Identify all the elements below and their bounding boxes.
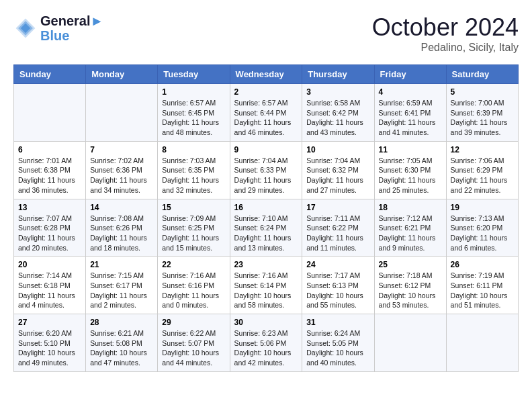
day-number: 14 <box>90 203 153 212</box>
day-number: 22 <box>162 260 225 269</box>
day-info: Sunrise: 7:12 AM Sunset: 6:21 PM Dayligh… <box>379 214 442 253</box>
day-cell: 26Sunrise: 7:19 AM Sunset: 6:11 PM Dayli… <box>446 257 518 314</box>
day-info: Sunrise: 7:09 AM Sunset: 6:25 PM Dayligh… <box>162 214 225 253</box>
day-cell: 10Sunrise: 7:04 AM Sunset: 6:32 PM Dayli… <box>302 141 374 199</box>
day-number: 6 <box>18 145 81 154</box>
day-info: Sunrise: 7:03 AM Sunset: 6:35 PM Dayligh… <box>162 156 225 195</box>
day-cell <box>446 314 518 372</box>
col-header-sunday: Sunday <box>14 65 86 84</box>
day-info: Sunrise: 7:19 AM Sunset: 6:11 PM Dayligh… <box>451 271 514 310</box>
day-cell: 24Sunrise: 7:17 AM Sunset: 6:13 PM Dayli… <box>302 257 374 314</box>
day-cell: 14Sunrise: 7:08 AM Sunset: 6:26 PM Dayli… <box>86 199 158 257</box>
day-cell: 27Sunrise: 6:20 AM Sunset: 5:10 PM Dayli… <box>14 314 86 372</box>
day-info: Sunrise: 6:57 AM Sunset: 6:45 PM Dayligh… <box>162 98 225 138</box>
col-header-wednesday: Wednesday <box>230 65 302 84</box>
page-header: General► Blue October 2024 Pedalino, Sic… <box>13 13 519 54</box>
day-cell: 3Sunrise: 6:58 AM Sunset: 6:42 PM Daylig… <box>302 84 374 142</box>
day-info: Sunrise: 7:08 AM Sunset: 6:26 PM Dayligh… <box>90 214 153 253</box>
day-number: 11 <box>379 145 442 154</box>
day-cell: 23Sunrise: 7:16 AM Sunset: 6:14 PM Dayli… <box>230 257 302 314</box>
day-cell: 30Sunrise: 6:23 AM Sunset: 5:06 PM Dayli… <box>230 314 302 372</box>
day-cell: 6Sunrise: 7:01 AM Sunset: 6:38 PM Daylig… <box>14 141 86 199</box>
col-header-tuesday: Tuesday <box>158 65 230 84</box>
day-number: 21 <box>90 260 153 269</box>
day-number: 8 <box>162 145 225 154</box>
day-cell: 9Sunrise: 7:04 AM Sunset: 6:33 PM Daylig… <box>230 141 302 199</box>
day-info: Sunrise: 7:11 AM Sunset: 6:22 PM Dayligh… <box>306 214 369 253</box>
title-block: October 2024 Pedalino, Sicily, Italy <box>372 13 519 54</box>
day-cell: 16Sunrise: 7:10 AM Sunset: 6:24 PM Dayli… <box>230 199 302 257</box>
day-number: 29 <box>162 318 225 327</box>
day-info: Sunrise: 7:13 AM Sunset: 6:20 PM Dayligh… <box>451 214 514 253</box>
day-info: Sunrise: 7:06 AM Sunset: 6:29 PM Dayligh… <box>451 156 514 195</box>
calendar-body: 1Sunrise: 6:57 AM Sunset: 6:45 PM Daylig… <box>14 84 519 372</box>
day-info: Sunrise: 7:07 AM Sunset: 6:28 PM Dayligh… <box>18 214 81 253</box>
day-info: Sunrise: 6:59 AM Sunset: 6:41 PM Dayligh… <box>379 98 442 138</box>
day-number: 23 <box>234 260 298 269</box>
logo-icon <box>13 16 38 40</box>
day-number: 31 <box>306 318 369 327</box>
day-cell: 13Sunrise: 7:07 AM Sunset: 6:28 PM Dayli… <box>14 199 86 257</box>
day-cell: 2Sunrise: 6:57 AM Sunset: 6:44 PM Daylig… <box>230 84 302 142</box>
day-cell: 20Sunrise: 7:14 AM Sunset: 6:18 PM Dayli… <box>14 257 86 314</box>
day-number: 20 <box>18 260 81 269</box>
week-row-5: 27Sunrise: 6:20 AM Sunset: 5:10 PM Dayli… <box>14 314 519 372</box>
day-number: 18 <box>379 203 442 212</box>
day-cell: 18Sunrise: 7:12 AM Sunset: 6:21 PM Dayli… <box>374 199 446 257</box>
week-row-2: 6Sunrise: 7:01 AM Sunset: 6:38 PM Daylig… <box>14 141 519 199</box>
calendar-header-row: SundayMondayTuesdayWednesdayThursdayFrid… <box>14 65 519 84</box>
day-info: Sunrise: 7:00 AM Sunset: 6:39 PM Dayligh… <box>451 98 514 138</box>
day-cell: 7Sunrise: 7:02 AM Sunset: 6:36 PM Daylig… <box>86 141 158 199</box>
day-info: Sunrise: 7:16 AM Sunset: 6:14 PM Dayligh… <box>234 271 298 310</box>
day-number: 13 <box>18 203 81 212</box>
day-info: Sunrise: 7:17 AM Sunset: 6:13 PM Dayligh… <box>306 271 369 310</box>
month-title: October 2024 <box>372 13 519 42</box>
day-number: 12 <box>451 145 514 154</box>
day-number: 2 <box>234 87 298 97</box>
day-number: 9 <box>234 145 298 154</box>
week-row-3: 13Sunrise: 7:07 AM Sunset: 6:28 PM Dayli… <box>14 199 519 257</box>
col-header-monday: Monday <box>86 65 158 84</box>
day-number: 4 <box>379 87 442 97</box>
day-info: Sunrise: 7:10 AM Sunset: 6:24 PM Dayligh… <box>234 214 298 253</box>
day-info: Sunrise: 7:18 AM Sunset: 6:12 PM Dayligh… <box>379 271 442 310</box>
day-number: 28 <box>90 318 153 327</box>
col-header-saturday: Saturday <box>446 65 518 84</box>
day-cell: 31Sunrise: 6:24 AM Sunset: 5:05 PM Dayli… <box>302 314 374 372</box>
week-row-4: 20Sunrise: 7:14 AM Sunset: 6:18 PM Dayli… <box>14 257 519 314</box>
day-number: 24 <box>306 260 369 269</box>
day-number: 17 <box>306 203 369 212</box>
day-info: Sunrise: 6:57 AM Sunset: 6:44 PM Dayligh… <box>234 98 298 138</box>
day-number: 26 <box>451 260 514 269</box>
day-info: Sunrise: 7:04 AM Sunset: 6:32 PM Dayligh… <box>306 156 369 195</box>
day-cell: 17Sunrise: 7:11 AM Sunset: 6:22 PM Dayli… <box>302 199 374 257</box>
day-number: 15 <box>162 203 225 212</box>
day-cell: 22Sunrise: 7:16 AM Sunset: 6:16 PM Dayli… <box>158 257 230 314</box>
day-cell: 19Sunrise: 7:13 AM Sunset: 6:20 PM Dayli… <box>446 199 518 257</box>
day-cell: 28Sunrise: 6:21 AM Sunset: 5:08 PM Dayli… <box>86 314 158 372</box>
day-number: 27 <box>18 318 81 327</box>
day-number: 30 <box>234 318 298 327</box>
logo-text: General► Blue <box>40 13 103 43</box>
day-info: Sunrise: 6:22 AM Sunset: 5:07 PM Dayligh… <box>162 328 225 368</box>
day-number: 7 <box>90 145 153 154</box>
col-header-friday: Friday <box>374 65 446 84</box>
day-info: Sunrise: 7:04 AM Sunset: 6:33 PM Dayligh… <box>234 156 298 195</box>
day-info: Sunrise: 7:15 AM Sunset: 6:17 PM Dayligh… <box>90 271 153 310</box>
day-cell: 11Sunrise: 7:05 AM Sunset: 6:30 PM Dayli… <box>374 141 446 199</box>
day-cell <box>86 84 158 142</box>
location-title: Pedalino, Sicily, Italy <box>372 42 519 54</box>
day-number: 3 <box>306 87 369 97</box>
logo: General► Blue <box>13 13 103 43</box>
day-info: Sunrise: 7:02 AM Sunset: 6:36 PM Dayligh… <box>90 156 153 195</box>
day-info: Sunrise: 6:24 AM Sunset: 5:05 PM Dayligh… <box>306 328 369 368</box>
day-cell: 15Sunrise: 7:09 AM Sunset: 6:25 PM Dayli… <box>158 199 230 257</box>
day-info: Sunrise: 7:14 AM Sunset: 6:18 PM Dayligh… <box>18 271 81 310</box>
day-info: Sunrise: 6:20 AM Sunset: 5:10 PM Dayligh… <box>18 328 81 368</box>
day-info: Sunrise: 7:01 AM Sunset: 6:38 PM Dayligh… <box>18 156 81 195</box>
day-cell: 29Sunrise: 6:22 AM Sunset: 5:07 PM Dayli… <box>158 314 230 372</box>
calendar-table: SundayMondayTuesdayWednesdayThursdayFrid… <box>13 64 519 372</box>
day-info: Sunrise: 7:16 AM Sunset: 6:16 PM Dayligh… <box>162 271 225 310</box>
day-info: Sunrise: 6:21 AM Sunset: 5:08 PM Dayligh… <box>90 328 153 368</box>
day-number: 25 <box>379 260 442 269</box>
